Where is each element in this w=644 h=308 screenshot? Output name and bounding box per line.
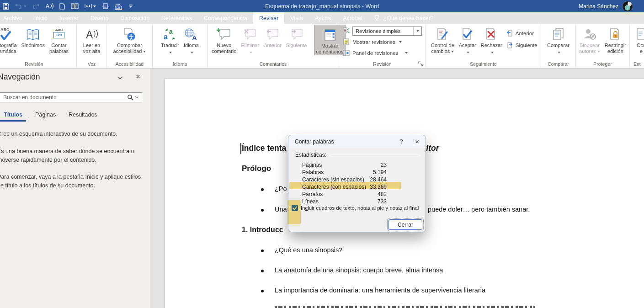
track-changes-button[interactable]: Control de cambios: [429, 25, 457, 54]
search-box: [0, 92, 142, 102]
read-aloud-button[interactable]: A Leer en voz alta: [81, 25, 103, 54]
svg-text:a: a: [169, 28, 173, 35]
previous-comment-button[interactable]: Anterior: [261, 25, 284, 48]
tab-acrobat[interactable]: Acrobat: [337, 12, 368, 24]
tab-correspondencia[interactable]: Correspondencia: [198, 12, 253, 24]
button-label: Bloquear: [580, 42, 600, 48]
svg-text:A: A: [86, 29, 93, 41]
close-button[interactable]: Cerrar: [389, 219, 422, 230]
stat-label: Palabras: [302, 169, 324, 175]
next-change-button[interactable]: Siguiente: [506, 40, 538, 50]
tab-referencias[interactable]: Referencias: [155, 12, 198, 24]
button-label: Siguiente: [516, 42, 538, 48]
restrict-editing-icon: [609, 26, 621, 41]
nav-tab-paginas[interactable]: Páginas: [29, 110, 62, 122]
compare-button[interactable]: Comparar: [545, 25, 572, 55]
group-idioma: aa Traducir A Idioma Idioma: [153, 24, 208, 68]
doc-bullet: La anatomía de una sinopsis: cuerpo brev…: [275, 266, 443, 274]
tell-me-box[interactable]: ¿Qué desea hacer?: [368, 12, 439, 24]
next-comment-button[interactable]: Siguiente: [284, 25, 309, 48]
show-markup-icon: [343, 38, 350, 46]
chevron-down-icon: [451, 51, 454, 53]
tab-insertar[interactable]: Insertar: [53, 12, 85, 24]
dialog-close-icon[interactable]: ×: [407, 138, 419, 145]
spellcheck-icon: ABC: [0, 26, 11, 41]
delete-comment-icon: [243, 26, 257, 41]
stat-row: Páginas23: [302, 161, 387, 169]
group-label: Accesibilidad: [107, 61, 152, 67]
word-count-icon[interactable]: ABC123: [115, 2, 122, 11]
button-label: edición: [607, 48, 623, 54]
search-button[interactable]: [126, 94, 142, 101]
search-input[interactable]: [0, 94, 126, 101]
save-icon[interactable]: [3, 2, 9, 11]
qat-customize-icon[interactable]: [128, 2, 133, 11]
button-label: Anterior: [264, 42, 282, 48]
thesaurus-button[interactable]: Sinónimos: [19, 25, 47, 48]
user-avatar[interactable]: [622, 1, 633, 12]
tell-me-label: ¿Qué desea hacer?: [383, 15, 434, 21]
button-label: Restringir: [605, 42, 626, 48]
show-markup-button[interactable]: Mostrar revisiones: [343, 37, 426, 47]
reviewing-pane-button[interactable]: Panel de revisiones: [343, 48, 426, 58]
previous-change-button[interactable]: Anterior: [506, 28, 538, 38]
chevron-down-icon: [597, 51, 600, 53]
reviewing-pane-icon: [343, 49, 350, 57]
dialog-launcher-icon[interactable]: [418, 60, 424, 66]
page-width-icon[interactable]: [85, 2, 96, 11]
display-for-review-combobox[interactable]: Revisiones simples: [352, 27, 422, 36]
block-authors-button[interactable]: Bloquear autores: [577, 25, 602, 54]
combobox-dropdown-button[interactable]: [413, 27, 421, 35]
tab-ayuda[interactable]: Ayuda: [309, 12, 337, 24]
svg-text:a: a: [164, 33, 168, 41]
delete-comment-button[interactable]: Eliminar: [239, 25, 261, 55]
nav-tab-resultados[interactable]: Resultados: [62, 110, 104, 122]
indent-icon[interactable]: [102, 2, 109, 11]
button-label: Rechazar: [481, 42, 502, 48]
tab-diseno[interactable]: Diseño: [85, 12, 114, 24]
group-entrada-lapiz-cut: Ocu e Ent: [630, 24, 644, 68]
dialog-help-button[interactable]: ?: [395, 138, 407, 145]
globe-icon: A: [184, 26, 198, 41]
new-comment-button[interactable]: Nuevo comentario: [209, 25, 239, 54]
previous-comment-icon: [266, 26, 279, 41]
button-label: Ortografía: [0, 42, 17, 48]
accept-icon: [461, 26, 474, 41]
chevron-down-icon: [405, 52, 408, 54]
check-accessibility-button[interactable]: Comprobar accesibilidad: [111, 25, 149, 54]
pane-close-icon[interactable]: ×: [136, 72, 140, 81]
hide-ink-icon: [636, 26, 644, 41]
accept-button[interactable]: Aceptar: [457, 25, 479, 55]
doc-bullet: La importancia de dominarla: una herrami…: [275, 287, 485, 294]
pane-options-chevron-icon[interactable]: [117, 74, 124, 82]
tab-vista[interactable]: Vista: [284, 12, 309, 24]
language-button[interactable]: A Idioma: [181, 25, 201, 55]
bullet-dot: [261, 250, 264, 252]
button-label: Siguiente: [286, 42, 307, 48]
read-aloud-icon[interactable]: A: [45, 2, 53, 11]
tab-archivo[interactable]: Archivo: [0, 12, 28, 24]
reject-button[interactable]: Rechazar: [479, 25, 505, 55]
group-label: Comparar: [541, 61, 575, 67]
word-count-button[interactable]: ABC 123 Contar palabras: [47, 25, 71, 54]
translate-button[interactable]: aa Traducir: [159, 25, 181, 55]
svg-text:A: A: [46, 3, 49, 10]
doc-bullet: ¿Qué es una sinopsis?: [275, 246, 342, 254]
bullet-dot: [261, 209, 264, 212]
undo-icon[interactable]: [15, 2, 27, 11]
nav-tab-titulos[interactable]: Títulos: [0, 110, 29, 122]
search-icon: [127, 94, 133, 101]
side-by-side-icon[interactable]: [71, 2, 79, 11]
tab-inicio[interactable]: Inicio: [28, 12, 53, 24]
new-document-icon[interactable]: [59, 2, 65, 11]
checkbox-checked[interactable]: [292, 205, 298, 211]
redo-icon[interactable]: [32, 2, 39, 11]
nav-help-paragraph: Cree un esquema interactivo de su docume…: [0, 130, 148, 138]
restrict-editing-button[interactable]: Restringir edición: [602, 25, 628, 54]
tab-disposicion[interactable]: Disposición: [114, 12, 155, 24]
spelling-grammar-button[interactable]: ABC Ortografía gramática: [0, 25, 19, 54]
tab-revisar[interactable]: Revisar: [253, 12, 284, 24]
stat-row: Caracteres (sin espacios)28.464: [302, 176, 387, 183]
hide-ink-button[interactable]: Ocu e: [633, 25, 644, 54]
button-label: voz alta: [83, 48, 101, 54]
